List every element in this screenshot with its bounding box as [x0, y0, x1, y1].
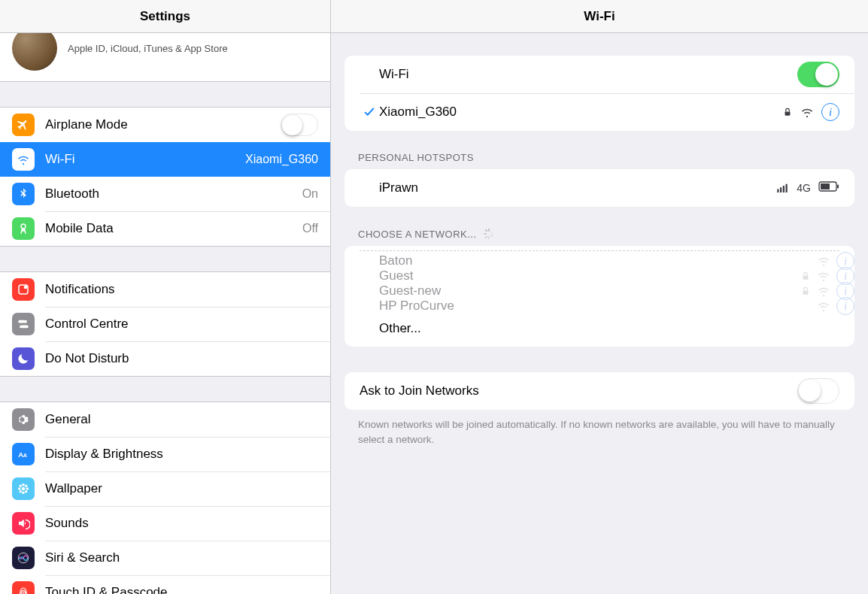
- wifi-signal-icon: [817, 254, 830, 268]
- sidebar-item-label: Wallpaper: [45, 481, 318, 496]
- ask-join-footer: Known networks will be joined automatica…: [331, 410, 868, 447]
- hotspots-card: iPrawn 4G: [344, 169, 854, 207]
- flower-icon: [12, 477, 35, 500]
- network-row-ghost[interactable]: Batoni: [379, 253, 854, 268]
- info-button[interactable]: i: [836, 297, 854, 315]
- lock-icon: [800, 271, 811, 281]
- lock-icon: [782, 107, 793, 117]
- choose-network-header: CHOOSE A NETWORK...: [331, 207, 868, 246]
- avatar: [12, 33, 57, 71]
- lock-icon: [800, 286, 811, 296]
- airplane-switch[interactable]: [281, 114, 318, 136]
- info-button[interactable]: i: [821, 103, 839, 121]
- siri-icon: [12, 547, 35, 569]
- sidebar-item-label: Do Not Disturb: [45, 351, 318, 366]
- wifi-signal-icon: [817, 284, 830, 298]
- sidebar-item-label: Siri & Search: [45, 550, 318, 565]
- gear-icon: [12, 408, 35, 431]
- sidebar-item-touchid[interactable]: Touch ID & Passcode: [0, 575, 330, 594]
- sidebar-item-label: Control Centre: [45, 317, 318, 332]
- sidebar-item-value: Xiaomi_G360: [245, 153, 318, 166]
- fingerprint-icon: [12, 581, 35, 594]
- aa-icon: [12, 443, 35, 465]
- wifi-signal-icon: [800, 105, 814, 119]
- sidebar-item-sounds[interactable]: Sounds: [0, 506, 330, 541]
- check-icon: [363, 105, 376, 119]
- network-row-ghost[interactable]: Guest-newi: [379, 283, 854, 299]
- hotspot-name: iPrawn: [379, 180, 775, 195]
- sidebar-item-value: Off: [302, 222, 318, 235]
- wifi-main-card: Wi-Fi Xiaomi_G360 i: [344, 56, 854, 131]
- airplane-icon: [12, 114, 35, 136]
- sidebar-item-label: Sounds: [45, 516, 318, 531]
- network-name: Guest-new: [379, 283, 800, 299]
- notifications-icon: [12, 278, 35, 301]
- sidebar-item-value: On: [302, 187, 318, 201]
- sidebar-item-label: Mobile Data: [45, 221, 302, 236]
- wifi-label: Wi-Fi: [379, 67, 797, 82]
- sidebar-item-mobiledata[interactable]: Mobile DataOff: [0, 211, 330, 246]
- detail-title: Wi-Fi: [331, 0, 868, 33]
- sidebar-item-general[interactable]: General: [0, 402, 330, 437]
- antenna-icon: [12, 217, 35, 240]
- speaker-icon: [12, 512, 35, 535]
- sidebar-item-label: Airplane Mode: [45, 117, 281, 132]
- wifi-icon: [12, 148, 35, 171]
- network-row-ghost[interactable]: Guesti: [379, 268, 854, 283]
- sidebar-item-label: Wi-Fi: [45, 152, 245, 167]
- settings-title: Settings: [0, 0, 330, 33]
- ask-join-card: Ask to Join Networks: [344, 372, 854, 410]
- cellular-type-label: 4G: [797, 182, 811, 194]
- sidebar-item-label: General: [45, 412, 318, 427]
- ask-join-label: Ask to Join Networks: [360, 383, 797, 399]
- battery-icon: [818, 180, 839, 195]
- hotspots-header: PERSONAL HOTSPOTS: [331, 131, 868, 169]
- ask-join-switch[interactable]: [797, 378, 839, 404]
- network-name: Baton: [379, 253, 817, 268]
- sidebar-item-label: Touch ID & Passcode: [45, 585, 318, 594]
- hotspot-row[interactable]: iPrawn 4G: [344, 169, 854, 207]
- sidebar-item-display[interactable]: Display & Brightness: [0, 437, 330, 471]
- network-name: HP ProCurve: [379, 298, 817, 314]
- sidebar-item-wallpaper[interactable]: Wallpaper: [0, 471, 330, 506]
- sidebar-item-label: Notifications: [45, 282, 318, 297]
- sidebar-item-wifi[interactable]: Wi-FiXiaomi_G360: [0, 142, 330, 177]
- connected-network-row[interactable]: Xiaomi_G360 i: [344, 93, 854, 131]
- ask-join-row[interactable]: Ask to Join Networks: [344, 372, 854, 410]
- sidebar-item-controlcentre[interactable]: Control Centre: [0, 307, 330, 341]
- other-network-row[interactable]: Other...: [344, 314, 854, 347]
- sidebar-item-label: Display & Brightness: [45, 447, 318, 462]
- cellular-bars-icon: [775, 181, 789, 195]
- moon-icon: [12, 347, 35, 370]
- apple-id-subtitle: Apple ID, iCloud, iTunes & App Store: [68, 43, 228, 54]
- bluetooth-icon: [12, 183, 35, 205]
- sidebar-item-label: Bluetooth: [45, 186, 302, 202]
- sidebar-item-dnd[interactable]: Do Not Disturb: [0, 341, 330, 376]
- sidebar-item-siri[interactable]: Siri & Search: [0, 541, 330, 575]
- settings-sidebar: Settings Apple ID, iCloud, iTunes & App …: [0, 0, 331, 594]
- wifi-switch[interactable]: [797, 62, 839, 87]
- sidebar-item-notifications[interactable]: Notifications: [0, 272, 330, 307]
- networks-card: BatoniGuestiGuest-newiHP ProCurvei Other…: [344, 246, 854, 347]
- network-name: Guest: [379, 268, 800, 283]
- connected-network-name: Xiaomi_G360: [379, 105, 782, 120]
- wifi-signal-icon: [817, 269, 830, 283]
- wifi-toggle-row[interactable]: Wi-Fi: [344, 56, 854, 93]
- apple-id-row[interactable]: Apple ID, iCloud, iTunes & App Store: [0, 33, 330, 82]
- sidebar-item-airplane[interactable]: Airplane Mode: [0, 108, 330, 142]
- switches-icon: [12, 313, 35, 335]
- sidebar-item-bluetooth[interactable]: BluetoothOn: [0, 177, 330, 211]
- wifi-signal-icon: [817, 299, 830, 313]
- spinner-icon: [483, 228, 495, 240]
- network-row-ghost[interactable]: HP ProCurvei: [379, 299, 854, 314]
- detail-panel: Wi-Fi Wi-Fi Xiaomi_G360 i PERSONAL HOTSP…: [331, 0, 868, 594]
